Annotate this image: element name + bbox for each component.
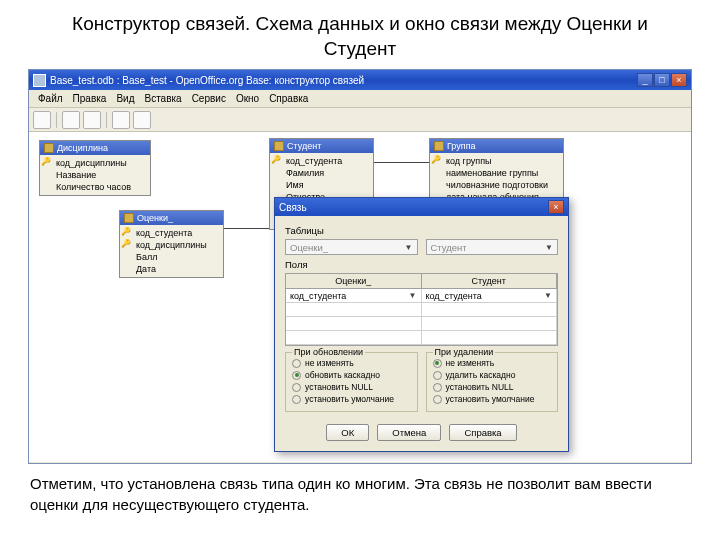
menu-help[interactable]: Справка [264,92,313,105]
schema-canvas[interactable]: Дисциплина код_дисциплины Название Колич… [29,132,691,462]
undo-icon[interactable] [62,111,80,129]
radio-d-cascade[interactable]: удалить каскадно [433,369,552,381]
cell-empty[interactable] [286,331,422,345]
maximize-button[interactable]: □ [654,73,670,87]
chevron-down-icon: ▼ [409,291,417,300]
field[interactable]: наименование группы [430,167,563,179]
col-right: Студент [422,274,558,289]
table-icon [124,213,134,223]
cell-empty[interactable] [286,317,422,331]
window-title: Base_test.odb : Base_test - OpenOffice.o… [50,75,364,86]
relation-line[interactable] [224,228,269,229]
radio-d-null[interactable]: установить NULL [433,381,552,393]
titlebar: Base_test.odb : Base_test - OpenOffice.o… [29,70,691,90]
table-gruppa[interactable]: Группа код группы наименование группы чи… [429,138,564,206]
menu-edit[interactable]: Правка [68,92,112,105]
table-ocenki[interactable]: Оценки_ код_студента код_дисциплины Балл… [119,210,224,278]
select-table-left[interactable]: Оценки_▼ [285,239,418,255]
table-icon [274,141,284,151]
field[interactable]: Имя [270,179,373,191]
cancel-button[interactable]: Отмена [377,424,441,441]
close-button[interactable]: × [671,73,687,87]
relation-line[interactable] [374,162,429,163]
group-on-update: При обновлении не изменять обновить каск… [285,352,418,412]
field[interactable]: Фамилия [270,167,373,179]
radio-d-default[interactable]: установить умолчание [433,393,552,405]
app-icon [33,74,46,87]
chevron-down-icon: ▼ [405,243,413,252]
toolbar [29,108,691,132]
table-icon [434,141,444,151]
label-fields: Поля [285,259,558,270]
fields-grid: Оценки_ Студент код_студента▼ код_студен… [285,273,558,346]
field[interactable]: чиловназние подготовки [430,179,563,191]
help-button[interactable]: Справка [449,424,516,441]
minimize-button[interactable]: _ [637,73,653,87]
radio-u-cascade[interactable]: обновить каскадно [292,369,411,381]
dialog-titlebar: Связь × [275,198,568,216]
field[interactable]: код_студента [270,155,373,167]
footnote: Отметим, что установлена связь типа один… [0,464,720,515]
slide-title: Конструктор связей. Схема данных и окно … [0,0,720,69]
field[interactable]: код_дисциплины [120,239,223,251]
save-icon[interactable] [33,111,51,129]
select-table-right[interactable]: Студент▼ [426,239,559,255]
cell-field-right[interactable]: код_студента▼ [422,289,558,303]
menu-file[interactable]: Файл [33,92,68,105]
app-window: Base_test.odb : Base_test - OpenOffice.o… [28,69,692,464]
field[interactable]: Балл [120,251,223,263]
radio-u-default[interactable]: установить умолчание [292,393,411,405]
menubar: Файл Правка Вид Вставка Сервис Окно Спра… [29,90,691,108]
field[interactable]: Количество часов [40,181,150,193]
redo-icon[interactable] [83,111,101,129]
cell-empty[interactable] [422,303,558,317]
field[interactable]: код_дисциплины [40,157,150,169]
menu-view[interactable]: Вид [111,92,139,105]
cell-empty[interactable] [422,331,558,345]
menu-insert[interactable]: Вставка [139,92,186,105]
add-relation-icon[interactable] [133,111,151,129]
table-icon [44,143,54,153]
table-disciplina[interactable]: Дисциплина код_дисциплины Название Колич… [39,140,151,196]
radio-u-nochange[interactable]: не изменять [292,357,411,369]
cell-empty[interactable] [422,317,558,331]
cell-empty[interactable] [286,303,422,317]
radio-u-null[interactable]: установить NULL [292,381,411,393]
chevron-down-icon: ▼ [545,243,553,252]
ok-button[interactable]: ОК [326,424,369,441]
field[interactable]: код_студента [120,227,223,239]
menu-window[interactable]: Окно [231,92,264,105]
dialog-close-button[interactable]: × [548,200,564,214]
menu-tools[interactable]: Сервис [187,92,231,105]
group-on-delete: При удалении не изменять удалить каскадн… [426,352,559,412]
chevron-down-icon: ▼ [544,291,552,300]
relation-dialog: Связь × Таблицы Оценки_▼ Студент▼ Поля О… [274,197,569,452]
field[interactable]: Дата [120,263,223,275]
field[interactable]: код группы [430,155,563,167]
label-tables: Таблицы [285,225,558,236]
radio-d-nochange[interactable]: не изменять [433,357,552,369]
field[interactable]: Название [40,169,150,181]
col-left: Оценки_ [286,274,422,289]
cell-field-left[interactable]: код_студента▼ [286,289,422,303]
add-table-icon[interactable] [112,111,130,129]
